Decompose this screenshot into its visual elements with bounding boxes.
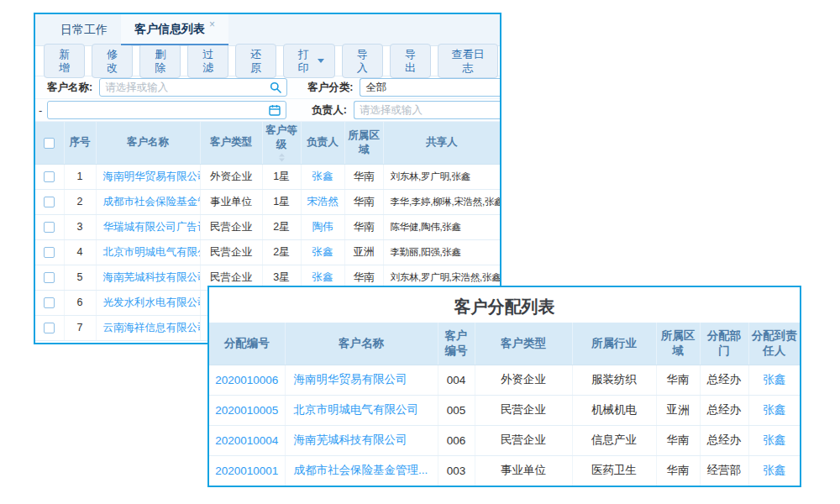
row-select-cell bbox=[35, 164, 64, 189]
column-header-content: 分配部门 bbox=[702, 328, 747, 359]
cell-assignee: 张鑫 bbox=[748, 425, 800, 455]
toolbar-button-import[interactable]: 导入 bbox=[342, 44, 383, 78]
toolbar-button-delete[interactable]: 删除 bbox=[139, 44, 181, 78]
owner-link[interactable]: 陶伟 bbox=[312, 221, 333, 233]
assignee-link[interactable]: 张鑫 bbox=[763, 373, 785, 386]
cell-industry: 信息产业 bbox=[572, 425, 656, 455]
name-link[interactable]: 成都市社会保险基金管理... bbox=[294, 464, 428, 476]
code-link[interactable]: 2020010004 bbox=[215, 434, 278, 447]
column-header: 客户名称 bbox=[285, 323, 438, 365]
name-link[interactable]: 华瑞城有限公司广告设计部 bbox=[103, 221, 201, 233]
column-header-content: 负责人 bbox=[303, 135, 343, 150]
button-label: 修改 bbox=[102, 48, 122, 74]
row-checkbox[interactable] bbox=[44, 272, 55, 283]
customer-category-select[interactable]: 全部 bbox=[360, 78, 500, 97]
name-link[interactable]: 光发水利水电有限公司 bbox=[103, 297, 201, 308]
row-checkbox[interactable] bbox=[44, 222, 55, 233]
toolbar: 新增修改删除过滤还原打印导入导出查看日志 bbox=[35, 46, 500, 76]
row-checkbox[interactable] bbox=[44, 323, 55, 333]
allocation-row: 2020010005北京市明城电气有限公司005民营企业机械机电亚洲总经办张鑫 bbox=[209, 395, 800, 425]
owner-input[interactable] bbox=[360, 104, 495, 116]
column-header: 客户编号 bbox=[438, 323, 475, 365]
allocation-row-header-row: 分配编号客户名称客户编号客户类型所属行业所属区域分配部门分配到责任人 bbox=[209, 323, 800, 365]
assignee-link[interactable]: 张鑫 bbox=[763, 433, 785, 446]
column-header-content: 所属区域 bbox=[347, 129, 381, 157]
cell-industry: 机械机电 bbox=[572, 395, 656, 425]
customer-row: 2成都市社会保险基金管理...事业单位1星宋浩然华南李华,李婷,柳琳,宋浩然,张… bbox=[35, 189, 500, 214]
toolbar-button-export[interactable]: 导出 bbox=[390, 44, 431, 78]
column-header-content: 客户名称 bbox=[98, 135, 198, 150]
assignee-link[interactable]: 张鑫 bbox=[763, 464, 785, 476]
owner-link[interactable]: 张鑫 bbox=[312, 271, 333, 283]
caret-down-icon bbox=[318, 59, 324, 63]
assignee-link[interactable]: 张鑫 bbox=[763, 403, 785, 416]
cell-region: 华南 bbox=[656, 425, 700, 455]
toolbar-button-print[interactable]: 打印 bbox=[283, 44, 334, 78]
toolbar-button-view-log[interactable]: 查看日志 bbox=[438, 44, 498, 78]
cell-no: 2 bbox=[64, 189, 96, 214]
row-checkbox[interactable] bbox=[44, 297, 55, 308]
name-link[interactable]: 海南芜城科技有限公司 bbox=[103, 271, 201, 283]
column-header-label: 客户类型 bbox=[210, 135, 252, 150]
cell-shared: 李华,李婷,柳琳,宋浩然,张鑫 bbox=[383, 189, 500, 214]
cell-code: 2020010005 bbox=[209, 395, 285, 425]
cell-no: 1 bbox=[64, 164, 96, 189]
row-checkbox[interactable] bbox=[44, 247, 55, 258]
name-link[interactable]: 海南明华贸易有限公司 bbox=[294, 373, 407, 386]
column-header-content: 分配到责任人 bbox=[751, 328, 799, 359]
name-link[interactable]: 北京市明城电气有限公司 bbox=[294, 403, 419, 416]
allocation-panel: 客户分配列表 分配编号客户名称客户编号客户类型所属行业所属区域分配部门分配到责任… bbox=[207, 286, 801, 487]
cell-no: 3 bbox=[64, 214, 96, 239]
close-icon[interactable]: × bbox=[209, 18, 215, 30]
cell-type: 民营企业 bbox=[475, 395, 572, 425]
toolbar-button-edit[interactable]: 修改 bbox=[92, 44, 133, 78]
customer-name-input[interactable] bbox=[105, 81, 266, 93]
owner-link[interactable]: 宋浩然 bbox=[307, 196, 339, 207]
column-header-label: 序号 bbox=[70, 135, 91, 150]
column-header-content: 客户等级 bbox=[265, 123, 299, 162]
button-label: 删除 bbox=[150, 48, 170, 74]
code-link[interactable]: 2020010001 bbox=[215, 465, 278, 477]
cell-owner: 宋浩然 bbox=[301, 189, 344, 214]
cell-level: 1星 bbox=[262, 189, 301, 214]
cell-name: 海南芜城科技有限公司 bbox=[285, 425, 438, 455]
name-link[interactable]: 海南明华贸易有限公司 bbox=[103, 171, 201, 182]
column-header-label: 客户名称 bbox=[127, 135, 169, 150]
button-label: 新增 bbox=[55, 48, 74, 74]
cell-dept: 总经办 bbox=[700, 395, 748, 425]
name-link[interactable]: 北京市明城电气有限公司 bbox=[103, 246, 201, 258]
cell-region: 华南 bbox=[344, 189, 383, 214]
owner-link[interactable]: 张鑫 bbox=[312, 246, 333, 258]
column-header-label: 客户名称 bbox=[339, 336, 384, 351]
cell-code: 2020010004 bbox=[209, 425, 285, 455]
tab-daily-work[interactable]: 日常工作 bbox=[47, 14, 121, 45]
cell-shared: 李勤丽,阳强,张鑫 bbox=[383, 239, 500, 265]
code-link[interactable]: 2020010006 bbox=[215, 374, 278, 386]
cell-name: 云南海祥信息有限公司 bbox=[96, 315, 200, 340]
name-link[interactable]: 海南芜城科技有限公司 bbox=[294, 433, 407, 446]
tab-customer-info-list[interactable]: 客户信息列表× bbox=[121, 14, 228, 45]
cell-assignee: 张鑫 bbox=[748, 455, 800, 486]
row-checkbox[interactable] bbox=[44, 171, 55, 182]
cell-code: 2020010001 bbox=[209, 455, 285, 486]
cell-region: 亚洲 bbox=[344, 239, 383, 265]
search-icon[interactable] bbox=[270, 81, 281, 93]
owner-link[interactable]: 张鑫 bbox=[312, 171, 333, 182]
cell-dept: 总经办 bbox=[700, 365, 748, 395]
column-header-label: 所属区域 bbox=[659, 328, 698, 359]
sort-icon[interactable] bbox=[278, 153, 286, 162]
toolbar-button-add[interactable]: 新增 bbox=[44, 44, 85, 78]
calendar-icon[interactable] bbox=[269, 104, 281, 116]
name-link[interactable]: 成都市社会保险基金管理... bbox=[103, 196, 201, 207]
toolbar-button-restore[interactable]: 还原 bbox=[235, 44, 276, 78]
name-link[interactable]: 云南海祥信息有限公司 bbox=[103, 322, 201, 333]
date-input[interactable] bbox=[53, 104, 265, 116]
select-all-checkbox[interactable] bbox=[44, 138, 55, 149]
column-header-content: 客户类型 bbox=[477, 336, 570, 351]
column-header-content: 客户类型 bbox=[202, 135, 260, 150]
row-checkbox[interactable] bbox=[44, 197, 55, 207]
code-link[interactable]: 2020010005 bbox=[215, 404, 278, 417]
cell-owner: 张鑫 bbox=[301, 164, 344, 189]
column-header: 分配到责任人 bbox=[748, 323, 800, 365]
toolbar-button-filter[interactable]: 过滤 bbox=[187, 44, 228, 78]
